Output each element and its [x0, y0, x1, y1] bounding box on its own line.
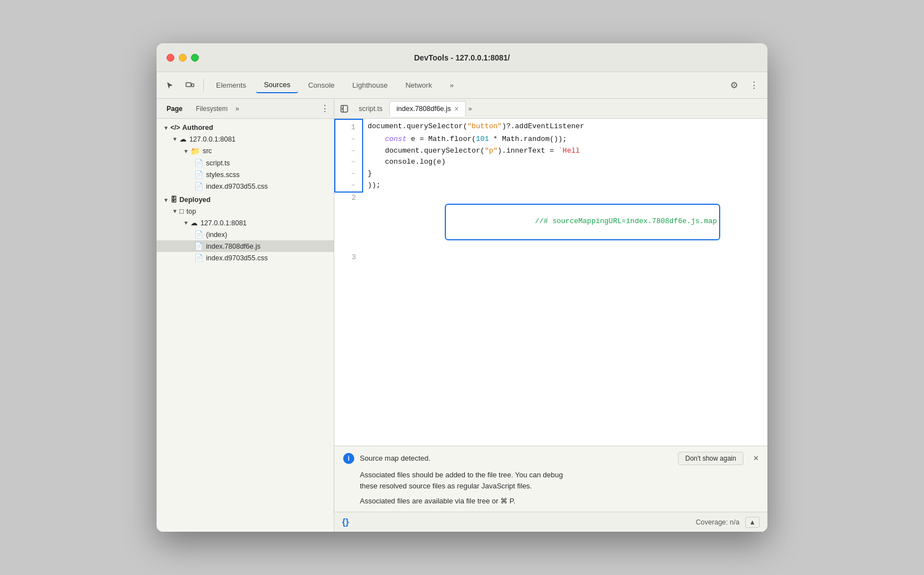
tree-file-css-deployed[interactable]: 📄 index.d9703d55.css [157, 252, 334, 264]
scroll-up-button[interactable]: ▲ [745, 517, 760, 528]
css-authored-label: index.d9703d55.css [206, 183, 268, 190]
code-table: 1 document.querySelector("button")?.addE… [334, 119, 767, 264]
tree-folder-src[interactable]: ▼ 📁 src [157, 145, 334, 157]
settings-button[interactable]: ⚙ [725, 77, 743, 94]
dont-show-button[interactable]: Don't show again [678, 452, 744, 465]
toggle-icon [340, 105, 348, 113]
code-content-dash-4: } [363, 168, 767, 180]
code-content-3 [363, 252, 767, 264]
ts-file-icon: 📄 [194, 159, 203, 167]
tree-file-styles-scss[interactable]: 📄 styles.scss [157, 169, 334, 180]
close-tab-button[interactable]: × [454, 104, 459, 113]
tab-network[interactable]: Network [398, 78, 440, 93]
more-menu-button[interactable]: ⋮ [745, 77, 763, 94]
notification-close-button[interactable]: × [754, 453, 759, 463]
info-icon: i [343, 453, 354, 464]
status-bar-right: Coverage: n/a ▲ [696, 517, 760, 528]
coverage-label: Coverage: n/a [696, 518, 740, 526]
authored-label: Authored [182, 124, 213, 132]
tree-file-script-ts[interactable]: 📄 script.ts [157, 157, 334, 169]
line-number-3: 3 [335, 252, 363, 264]
left-panel-tabs: Page Filesystem » ⋮ [157, 99, 334, 119]
host-authored-label: 127.0.0.1:8081 [189, 135, 235, 143]
tab-more[interactable]: » [442, 78, 461, 93]
close-button[interactable] [167, 54, 174, 62]
code-line-2: 2 //# sourceMappingURL=index.7808df6e.js… [335, 192, 767, 252]
code-content-dash-2: document.querySelector("p").innerText = … [363, 145, 767, 157]
css-file-icon-1: 📄 [194, 182, 203, 190]
titlebar: DevTools - 127.0.0.1:8081/ [157, 43, 767, 72]
tree-file-css-authored[interactable]: 📄 index.d9703d55.css [157, 180, 334, 192]
code-line-dash-2: – document.querySelector("p").innerText … [335, 145, 767, 157]
css-file-icon-2: 📄 [194, 254, 203, 262]
line-number-1: 1 [335, 119, 363, 134]
file-tab-index-js[interactable]: index.7808df6e.js × [389, 101, 466, 117]
minimize-button[interactable] [179, 54, 187, 62]
notification-title: Source map detected. [360, 454, 672, 462]
code-line-dash-5: – )); [335, 180, 767, 192]
cloud-icon-2: ☁ [190, 219, 198, 227]
devtools-window: DevTools - 127.0.0.1:8081/ Elements Sour… [157, 43, 767, 532]
cursor-icon-button[interactable] [161, 77, 179, 94]
index-js-tab-label: index.7808df6e.js [396, 105, 451, 113]
index-label: (index) [206, 231, 227, 239]
tree-file-index[interactable]: 📄 (index) [157, 229, 334, 240]
cloud-icon-1: ☁ [179, 135, 187, 143]
code-editor[interactable]: 1 document.querySelector("button")?.addE… [334, 119, 767, 446]
svg-rect-1 [192, 84, 194, 87]
toggle-sidebar-button[interactable] [337, 101, 352, 117]
code-line-3: 3 [335, 252, 767, 264]
code-line-dash-1: – const e = Math.floor(101 * Math.random… [335, 134, 767, 145]
host-deployed-label: 127.0.0.1:8081 [200, 219, 247, 227]
maximize-button[interactable] [191, 54, 199, 62]
left-panel: Page Filesystem » ⋮ ▼ </> Authored ▼ ☁ 1… [157, 99, 334, 532]
arrow-src: ▼ [183, 148, 189, 154]
deployed-label: Deployed [179, 196, 210, 204]
code-icon: </> [170, 124, 180, 132]
tree-host-deployed[interactable]: ▼ ☁ 127.0.0.1:8081 [157, 217, 334, 229]
tab-elements[interactable]: Elements [208, 78, 254, 93]
code-content-1: document.querySelector("button")?.addEve… [363, 119, 767, 134]
traffic-lights [167, 54, 199, 62]
tree-folder-top[interactable]: ▼ □ top [157, 205, 334, 217]
line-number-2: 2 [335, 192, 363, 252]
tab-sources[interactable]: Sources [256, 77, 298, 93]
left-panel-menu[interactable]: ⋮ [320, 103, 329, 114]
tree-section-authored[interactable]: ▼ </> Authored [157, 122, 334, 133]
tab-console[interactable]: Console [300, 78, 343, 93]
file-tab-more[interactable]: » [468, 105, 472, 113]
line-dash-1: – [335, 134, 363, 145]
tree-section-deployed[interactable]: ▼ 🗄 Deployed [157, 194, 334, 205]
device-toolbar-button[interactable] [181, 77, 199, 94]
notification-line-3: Associated files are available via file … [360, 496, 759, 507]
notification-header: i Source map detected. Don't show again … [343, 452, 759, 465]
folder-outline-icon: □ [179, 207, 184, 215]
notification-body: Associated files should be added to the … [343, 470, 759, 507]
window-title: DevTools - 127.0.0.1:8081/ [414, 53, 510, 62]
arrow-host-authored: ▼ [172, 136, 178, 142]
script-ts-tab-label: script.ts [359, 105, 383, 113]
format-button[interactable]: {} [342, 517, 349, 527]
svg-rect-0 [186, 83, 191, 87]
tab-more-left[interactable]: » [235, 105, 239, 113]
line-dash-5: – [335, 180, 363, 192]
index-file-icon: 📄 [194, 230, 203, 239]
arrow-authored: ▼ [163, 125, 169, 131]
scss-file-icon: 📄 [194, 170, 203, 179]
status-bar: {} Coverage: n/a ▲ [334, 512, 767, 532]
file-tab-script-ts[interactable]: script.ts [352, 101, 389, 117]
tab-page[interactable]: Page [161, 103, 188, 114]
toolbar-separator-1 [203, 79, 204, 92]
device-icon [185, 81, 194, 90]
tree-host-authored[interactable]: ▼ ☁ 127.0.0.1:8081 [157, 133, 334, 145]
tab-filesystem[interactable]: Filesystem [190, 103, 233, 114]
js-file-icon: 📄 [194, 242, 203, 250]
notification-line-1: Associated files should be added to the … [360, 470, 759, 481]
tab-lighthouse[interactable]: Lighthouse [345, 78, 396, 93]
styles-scss-label: styles.scss [206, 171, 239, 179]
tree-file-index-js[interactable]: 📄 index.7808df6e.js [157, 240, 334, 252]
folder-icon-src: 📁 [190, 147, 200, 155]
right-panel: script.ts index.7808df6e.js × » 1 [334, 99, 767, 532]
file-tree: ▼ </> Authored ▼ ☁ 127.0.0.1:8081 ▼ 📁 sr… [157, 119, 334, 532]
code-line-dash-4: – } [335, 168, 767, 180]
